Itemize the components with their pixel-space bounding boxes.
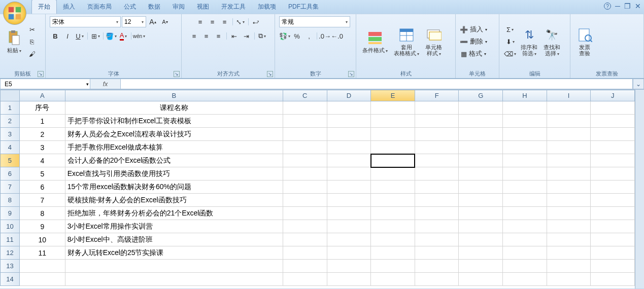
cell-A7[interactable]: 6 — [19, 180, 65, 194]
cell-I4[interactable] — [547, 141, 591, 154]
cell-D5[interactable] — [327, 154, 371, 167]
row-header-7[interactable]: 7 — [1, 180, 20, 194]
align-top-button[interactable]: ≡ — [195, 16, 206, 27]
font-color-button[interactable]: A — [118, 30, 129, 42]
cell-F12[interactable] — [415, 246, 459, 260]
cell-F8[interactable] — [415, 194, 459, 207]
cell-J5[interactable] — [591, 154, 635, 167]
cell-J4[interactable] — [591, 141, 635, 154]
cell-F5[interactable] — [415, 154, 459, 167]
cell-G5[interactable] — [459, 154, 503, 167]
find-select-button[interactable]: 🔭 查找和 选择 — [541, 26, 562, 58]
cell-J7[interactable] — [591, 180, 635, 194]
cell-D13[interactable] — [327, 260, 371, 273]
cell-E9[interactable] — [371, 207, 415, 220]
cell-H14[interactable] — [503, 273, 547, 286]
cell-styles-button[interactable]: 单元格 样式 — [423, 26, 444, 58]
cell-C1[interactable] — [283, 101, 327, 115]
cell-B12[interactable]: 财务人玩转Excel的25节实操课 — [65, 246, 283, 260]
row-header-10[interactable]: 10 — [1, 220, 20, 233]
cell-E8[interactable] — [371, 194, 415, 207]
cell-C7[interactable] — [283, 180, 327, 194]
align-left-button[interactable]: ≡ — [189, 30, 200, 42]
cell-I6[interactable] — [547, 167, 591, 180]
align-center-button[interactable]: ≡ — [201, 30, 212, 42]
cell-A14[interactable] — [19, 273, 65, 286]
cell-J10[interactable] — [591, 220, 635, 233]
cell-A9[interactable]: 8 — [19, 207, 65, 220]
invoice-check-button[interactable]: 发票 查验 — [574, 26, 595, 57]
fx-button[interactable]: fx — [98, 81, 113, 88]
cell-B6[interactable]: Excel查找与引用类函数使用技巧 — [65, 167, 283, 180]
cell-F9[interactable] — [415, 207, 459, 220]
cell-J12[interactable] — [591, 246, 635, 260]
cell-J6[interactable] — [591, 167, 635, 180]
italic-button[interactable]: I — [62, 30, 73, 42]
column-header-F[interactable]: F — [415, 90, 459, 101]
clipboard-dialog-launcher[interactable]: ↘ — [38, 71, 44, 77]
tab-1[interactable]: 插入 — [57, 0, 81, 14]
accounting-format-button[interactable]: 💱 — [279, 30, 290, 42]
cell-D10[interactable] — [327, 220, 371, 233]
select-all-corner[interactable] — [1, 90, 20, 101]
cell-J11[interactable] — [591, 233, 635, 246]
help-icon[interactable]: ? — [604, 3, 611, 10]
cell-E5[interactable] — [371, 154, 415, 167]
row-header-13[interactable]: 13 — [1, 260, 20, 273]
cell-G2[interactable] — [459, 115, 503, 128]
cell-A12[interactable]: 11 — [19, 246, 65, 260]
cell-B14[interactable] — [65, 273, 283, 286]
cell-I10[interactable] — [547, 220, 591, 233]
cell-D12[interactable] — [327, 246, 371, 260]
align-middle-button[interactable]: ≡ — [207, 16, 218, 27]
border-button[interactable]: ⊞ — [90, 30, 101, 42]
cell-B7[interactable]: 15个常用excel函数解决财务60%的问题 — [65, 180, 283, 194]
tab-9[interactable]: PDF工具集 — [282, 0, 325, 14]
grow-font-button[interactable]: A▴ — [147, 16, 158, 27]
cell-A8[interactable]: 7 — [19, 194, 65, 207]
cell-A13[interactable] — [19, 260, 65, 273]
cell-F10[interactable] — [415, 220, 459, 233]
tab-7[interactable]: 开发工具 — [215, 0, 252, 14]
format-as-table-button[interactable]: 套用 表格格式 — [392, 26, 421, 58]
cell-G1[interactable] — [459, 101, 503, 115]
cell-A3[interactable]: 2 — [19, 128, 65, 141]
cell-G6[interactable] — [459, 167, 503, 180]
font-dialog-launcher[interactable]: ↘ — [174, 71, 180, 77]
cell-C8[interactable] — [283, 194, 327, 207]
tab-2[interactable]: 页面布局 — [81, 0, 118, 14]
vertical-scrollbar[interactable] — [635, 90, 644, 288]
cell-H5[interactable] — [503, 154, 547, 167]
cell-F7[interactable] — [415, 180, 459, 194]
row-header-8[interactable]: 8 — [1, 194, 20, 207]
cell-C2[interactable] — [283, 115, 327, 128]
cell-J9[interactable] — [591, 207, 635, 220]
bold-button[interactable]: B — [50, 30, 61, 42]
cut-button[interactable]: ✂ — [26, 24, 38, 35]
cell-I5[interactable] — [547, 154, 591, 167]
font-name-combo[interactable]: 宋体▾ — [50, 16, 121, 27]
cell-I11[interactable] — [547, 233, 591, 246]
cell-E11[interactable] — [371, 233, 415, 246]
cell-D14[interactable] — [327, 273, 371, 286]
cell-B4[interactable]: 手把手教你用Excel做成本核算 — [65, 141, 283, 154]
row-header-5[interactable]: 5 — [1, 154, 20, 167]
cell-A6[interactable]: 5 — [19, 167, 65, 180]
cell-I8[interactable] — [547, 194, 591, 207]
align-dialog-launcher[interactable]: ↘ — [267, 71, 273, 77]
cell-H1[interactable] — [503, 101, 547, 115]
cell-C13[interactable] — [283, 260, 327, 273]
cell-G3[interactable] — [459, 128, 503, 141]
cell-I14[interactable] — [547, 273, 591, 286]
column-header-J[interactable]: J — [591, 90, 635, 101]
cell-C5[interactable] — [283, 154, 327, 167]
tab-5[interactable]: 审阅 — [166, 0, 191, 14]
cell-G14[interactable] — [459, 273, 503, 286]
cell-B2[interactable]: 手把手带你设计和制作Excel工资表模板 — [65, 115, 283, 128]
cell-I13[interactable] — [547, 260, 591, 273]
cell-J13[interactable] — [591, 260, 635, 273]
cell-B11[interactable]: 8小时Excel中、高级进阶班 — [65, 233, 283, 246]
cell-J8[interactable] — [591, 194, 635, 207]
cell-C9[interactable] — [283, 207, 327, 220]
decrease-indent-button[interactable]: ⇤ — [229, 30, 240, 42]
